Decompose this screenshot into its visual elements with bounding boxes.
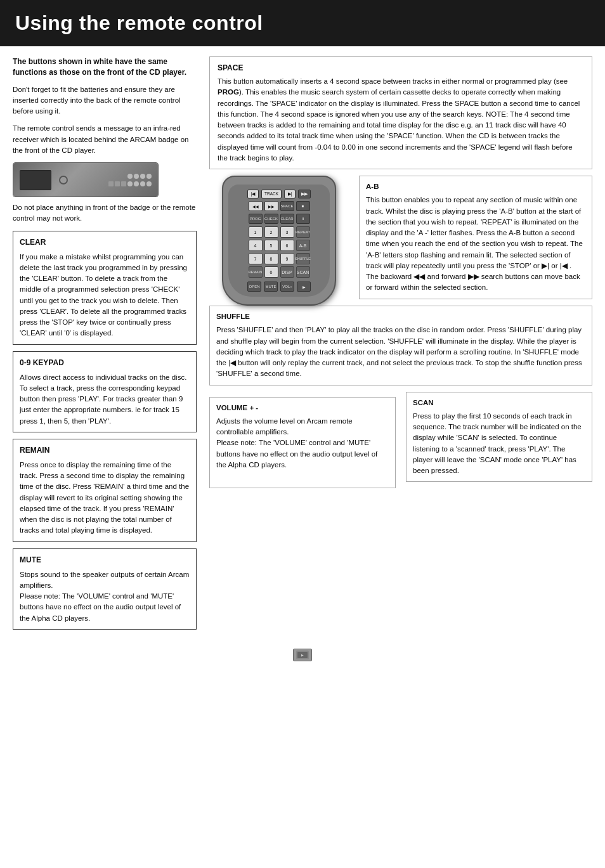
scan-box: SCAN Press to play the first 10 seconds … bbox=[406, 392, 592, 483]
bottom-boxes: VOLUME + - Adjusts the volume level on A… bbox=[209, 392, 592, 489]
main-content: The buttons shown in white have the same… bbox=[0, 56, 605, 636]
volume-text2: Please note: The 'VOLUME' control and 'M… bbox=[216, 437, 389, 470]
intro-bold-text: The buttons shown in white have the same… bbox=[13, 56, 197, 78]
play-btn[interactable]: ▶ bbox=[297, 282, 311, 292]
ab-box: A-B This button enables you to repeat an… bbox=[359, 176, 592, 299]
mute-box: MUTE Stops sound to the speaker outputs … bbox=[13, 548, 197, 630]
mute-btn[interactable]: MUTE bbox=[264, 282, 278, 292]
space-box: SPACE This button automatically inserts … bbox=[209, 56, 592, 169]
right-column: SPACE This button automatically inserts … bbox=[209, 56, 592, 636]
middle-section: |◀ TRACK ▶| ▶▶ ◀◀ ▶▶ SPACE ■ bbox=[209, 176, 592, 306]
vol-up-btn[interactable]: VOL+ bbox=[280, 282, 294, 292]
num3-btn[interactable]: 3 bbox=[280, 226, 294, 238]
intro-para1: Don't forget to fit the batteries and en… bbox=[13, 84, 197, 117]
scan-text: Press to play the first 10 seconds of ea… bbox=[413, 412, 582, 474]
svg-text:▶: ▶ bbox=[301, 653, 304, 657]
num-row-3: 7 8 9 SHUFFLE bbox=[232, 253, 326, 264]
num4-btn[interactable]: 4 bbox=[249, 240, 263, 251]
num5-btn[interactable]: 5 bbox=[264, 240, 278, 251]
left-column: The buttons shown in white have the same… bbox=[13, 56, 197, 636]
remain-title: REMAIN bbox=[20, 444, 190, 456]
num6-btn[interactable]: 6 bbox=[280, 240, 294, 251]
check-btn[interactable]: CHECK bbox=[264, 214, 278, 224]
disp-btn[interactable]: DISP bbox=[280, 266, 294, 278]
scan-title: SCAN bbox=[413, 398, 585, 408]
page-title: Using the remote control bbox=[15, 11, 590, 35]
track-prev-btn[interactable]: |◀ bbox=[247, 190, 259, 198]
mute-text2: Please note: The 'VOLUME' control and 'M… bbox=[20, 591, 190, 624]
num2-btn[interactable]: 2 bbox=[264, 226, 278, 238]
num-row-1: 1 2 3 REPEAT bbox=[232, 226, 326, 238]
clear-text: If you make a mistake whilst programming… bbox=[20, 253, 187, 337]
shuffle-title: SHUFFLE bbox=[216, 311, 585, 322]
num1-btn[interactable]: 1 bbox=[249, 226, 263, 238]
open-btn[interactable]: OPEN bbox=[247, 282, 261, 292]
page-footer: ▶ bbox=[0, 649, 605, 668]
remain-btn[interactable]: REMAIN bbox=[249, 266, 263, 278]
volume-text: Adjusts the volume level on Arcam remote… bbox=[216, 416, 389, 438]
cd-player-image bbox=[13, 162, 159, 197]
mute-title: MUTE bbox=[20, 554, 190, 566]
shuffle-box: SHUFFLE Press 'SHUFFLE' and then 'PLAY' … bbox=[209, 306, 592, 385]
keypad-text2: To select a track, press the correspondi… bbox=[20, 383, 190, 427]
num-row-2: 4 5 6 A-B bbox=[232, 240, 326, 251]
num0-btn[interactable]: 0 bbox=[264, 266, 278, 278]
space-text: This button automatically inserts a 4 se… bbox=[218, 76, 584, 164]
ab-btn[interactable]: A-B bbox=[296, 240, 310, 251]
prog-btn[interactable]: PROG bbox=[249, 214, 263, 224]
num7-btn[interactable]: 7 bbox=[249, 253, 263, 264]
remote-control: |◀ TRACK ▶| ▶▶ ◀◀ ▶▶ SPACE ■ bbox=[222, 176, 336, 306]
prog-row: PROG CHECK CLEAR II bbox=[232, 214, 326, 224]
keypad-text: Allows direct access to individual track… bbox=[20, 372, 190, 383]
remote-container: |◀ TRACK ▶| ▶▶ ◀◀ ▶▶ SPACE ■ bbox=[209, 176, 349, 306]
num8-btn[interactable]: 8 bbox=[264, 253, 278, 264]
footer-icon: ▶ bbox=[293, 649, 312, 661]
clear-box: CLEAR If you make a mistake whilst progr… bbox=[13, 231, 197, 345]
stop-btn[interactable]: ■ bbox=[296, 201, 310, 211]
bottom-row: OPEN MUTE VOL+ ▶ bbox=[232, 282, 326, 292]
ab-text: This button enables you to repeat any se… bbox=[366, 196, 583, 291]
keypad-box: 0-9 KEYPAD Allows direct access to indiv… bbox=[13, 351, 197, 432]
clear-title: CLEAR bbox=[20, 236, 190, 248]
rew-btn[interactable]: ◀◀ bbox=[249, 201, 263, 211]
space-btn[interactable]: SPACE bbox=[280, 201, 294, 211]
track-row: |◀ TRACK ▶| ▶▶ bbox=[232, 190, 326, 198]
volume-box: VOLUME + - Adjusts the volume level on A… bbox=[209, 397, 396, 489]
search-row: ◀◀ ▶▶ SPACE ■ bbox=[232, 201, 326, 211]
repeat-btn[interactable]: REPEAT bbox=[296, 226, 310, 238]
mute-text: Stops sound to the speaker outputs of ce… bbox=[20, 569, 190, 592]
intro-para3: Do not place anything in front of the ba… bbox=[13, 202, 197, 224]
ab-title: A-B bbox=[366, 181, 585, 192]
track-next-btn[interactable]: ▶| bbox=[284, 190, 296, 198]
pause-btn[interactable]: II bbox=[296, 214, 310, 224]
shuffle-btn[interactable]: SHUFFLE bbox=[296, 253, 310, 264]
num-row-4: REMAIN 0 DISP SCAN bbox=[232, 266, 326, 278]
volume-title: VOLUME + - bbox=[216, 403, 389, 413]
keypad-title: 0-9 KEYPAD bbox=[20, 357, 190, 368]
fwd2-btn[interactable]: ▶▶ bbox=[264, 201, 278, 211]
track-label: TRACK bbox=[261, 190, 282, 198]
space-title: SPACE bbox=[218, 62, 584, 74]
page-header: Using the remote control bbox=[0, 0, 605, 46]
num9-btn[interactable]: 9 bbox=[280, 253, 294, 264]
clear-btn[interactable]: CLEAR bbox=[280, 214, 294, 224]
shuffle-text: Press 'SHUFFLE' and then 'PLAY' to play … bbox=[216, 326, 582, 377]
scan-btn[interactable]: SCAN bbox=[296, 266, 310, 278]
intro-para2: The remote control sends a message to an… bbox=[13, 123, 197, 156]
remain-box: REMAIN Press once to display the remaini… bbox=[13, 439, 197, 542]
fwd-btn[interactable]: ▶▶ bbox=[298, 190, 311, 198]
remain-text: Press once to display the remaining time… bbox=[20, 461, 189, 534]
